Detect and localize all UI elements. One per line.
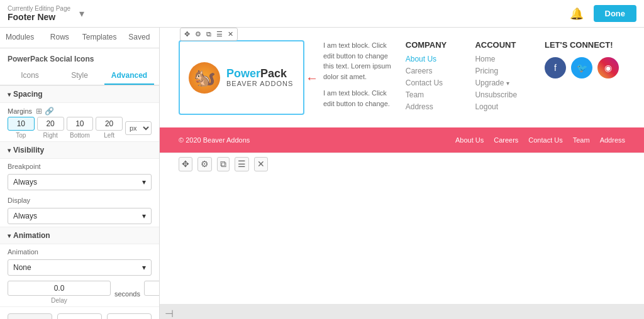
account-item-2[interactable]: Upgrade ▾ [475,78,538,87]
footer-link-3[interactable]: Team [573,136,590,144]
text-column: I am text block. Click edit button to ch… [323,40,399,115]
account-column: ACCOUNT Home Pricing Upgrade ▾ Unsubscri… [475,40,538,115]
company-item-3[interactable]: Team [406,90,469,99]
animation-chevron-icon: ▾ [142,263,146,272]
margin-bottom-input[interactable] [67,117,94,131]
margin-right-input[interactable] [37,117,64,131]
visibility-label: Visibility [13,146,44,154]
margin-left-label: Left [104,132,114,139]
top-bar: Currently Editing Page Footer New ▾ 🔔 Do… [0,0,644,28]
breakpoint-label: Breakpoint [0,159,159,171]
pagination-icon[interactable]: ⊣ [165,308,174,319]
chevron-down-icon[interactable]: ▾ [79,8,84,19]
tab-modules[interactable]: Modules [0,28,40,48]
margin-right-label: Right [43,132,57,139]
save-button[interactable]: Save [8,313,52,319]
company-item-0[interactable]: About Us [406,55,469,63]
margins-inputs: Top Right Bottom Left px % em [0,117,159,141]
footer-link-0[interactable]: About Us [455,136,484,144]
menu-icon[interactable]: ☰ [215,30,224,39]
tab-advanced[interactable]: Advanced [104,67,154,85]
instagram-icon[interactable]: ◉ [597,57,619,78]
bell-icon[interactable]: 🔔 [570,7,584,21]
close-icon[interactable]: ✕ [226,30,235,39]
breakpoint-value: Always [13,178,37,187]
spacing-label: Spacing [13,90,43,99]
footer-link-4[interactable]: Address [600,136,625,144]
cancel-button[interactable]: Cancel [107,313,152,319]
display-chevron-icon: ▾ [142,212,146,220]
display-dropdown[interactable]: Always ▾ [8,208,152,224]
delay-label: Delay [8,297,111,304]
footer-preview: ✥ ⚙ ⧉ ☰ ✕ 🐿️ PowerPack BEAVER ADDONS ← [160,28,644,121]
tab-saved[interactable]: Saved [119,28,159,48]
animation-dropdown[interactable]: None ▾ [8,259,152,276]
canvas-area: ✥ ⚙ ⧉ ☰ ✕ 🐿️ PowerPack BEAVER ADDONS ← [160,28,644,319]
wrench-icon[interactable]: ⚙ [194,30,203,39]
footer-link-1[interactable]: Careers [494,136,518,144]
link-icon[interactable]: 🔗 [45,107,54,116]
duration-label: Duration [144,297,160,304]
text-block-2: I am text block. Click edit button to ch… [323,88,399,109]
margin-bottom-label: Bottom [70,132,90,139]
animation-label: Animation [13,231,50,240]
footer-copyright: © 2020 Beaver Addons [179,136,250,144]
unit-select[interactable]: px % em [125,121,152,135]
bottom-buttons: Save Save As... Cancel [0,306,159,319]
tab-rows[interactable]: Rows [40,28,79,48]
company-item-1[interactable]: Careers [406,67,469,75]
company-item-4[interactable]: Address [406,102,469,111]
social-title: LET'S CONNECT! [545,40,619,50]
social-column: LET'S CONNECT! f 🐦 ◉ [545,40,619,115]
copy-icon[interactable]: ⧉ [205,30,213,39]
logo-toolbar: ✥ ⚙ ⧉ ☰ ✕ [180,28,238,41]
done-button[interactable]: Done [594,5,637,22]
canvas-menu-icon[interactable]: ☰ [235,157,249,171]
arrow-left-icon: ← [306,70,318,85]
main-layout: Modules Rows Templates Saved PowerPack S… [0,28,644,319]
account-item-3[interactable]: Unsubscribe [475,90,538,99]
delay-input[interactable] [8,281,111,296]
save-as-button[interactable]: Save As... [57,313,102,319]
company-item-2[interactable]: Contact Us [406,78,469,87]
canvas-toolbar-icons: ✥ ⚙ ⧉ ☰ ✕ [179,157,268,171]
left-panel: Modules Rows Templates Saved PowerPack S… [0,28,160,319]
facebook-icon[interactable]: f [545,57,566,78]
breakpoint-chevron-icon: ▾ [142,178,146,187]
display-label: Display [0,193,159,205]
footer-link-2[interactable]: Contact Us [528,136,562,144]
twitter-icon[interactable]: 🐦 [571,57,592,78]
logo-sub-text: BEAVER ADDONS [226,80,293,87]
tab-style[interactable]: Style [55,67,104,85]
account-item-1[interactable]: Pricing [475,67,538,75]
visibility-arrow-icon: ▾ [8,147,11,154]
tab-icons[interactable]: Icons [5,67,55,85]
delay-duration-row: Delay seconds Duration seconds [0,278,159,306]
duration-input[interactable] [144,281,160,296]
section-title: PowerPack Social Icons [0,48,159,67]
page-title: Footer New [8,12,70,22]
account-item-4[interactable]: Logout [475,102,538,111]
content-columns: I am text block. Click edit button to ch… [317,40,625,115]
animation-section[interactable]: ▾ Animation [0,227,159,244]
breakpoint-dropdown[interactable]: Always ▾ [8,174,152,190]
editing-label: Currently Editing Page [8,5,70,12]
account-title: ACCOUNT [475,40,538,50]
move-icon[interactable]: ✥ [183,30,191,39]
account-item-0[interactable]: Home [475,55,538,63]
spacing-section[interactable]: ▾ Spacing [0,85,159,103]
margins-label: Margins [8,107,32,115]
logo-mascot: 🐿️ [189,62,220,94]
company-title: COMPANY [406,40,469,50]
canvas-copy-icon[interactable]: ⧉ [217,157,230,171]
canvas-move-icon[interactable]: ✥ [179,157,192,171]
canvas-wrench-icon[interactable]: ⚙ [197,157,212,171]
canvas-nav: ⊣ [160,304,644,319]
margin-top-input[interactable] [8,117,35,131]
canvas-close-icon[interactable]: ✕ [254,157,268,171]
visibility-section[interactable]: ▾ Visibility [0,141,159,159]
margin-left-input[interactable] [96,117,123,131]
logo-block[interactable]: ✥ ⚙ ⧉ ☰ ✕ 🐿️ PowerPack BEAVER ADDONS ← [179,40,304,115]
monitor-icon[interactable]: ⊞ [36,107,42,116]
tab-templates[interactable]: Templates [80,28,119,48]
